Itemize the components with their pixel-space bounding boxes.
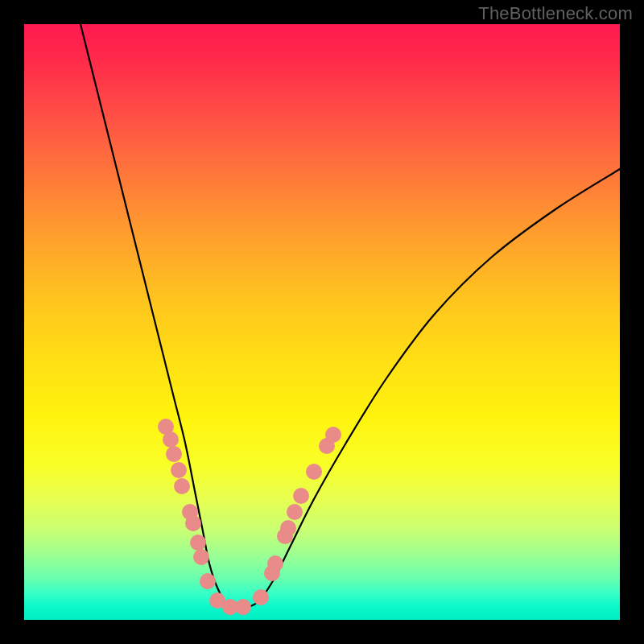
watermark-text: TheBottleneck.com: [478, 3, 633, 24]
plot-area: [24, 24, 620, 620]
data-point-dot: [287, 504, 303, 520]
data-point-dot: [325, 427, 341, 443]
chart-stage: TheBottleneck.com: [0, 0, 644, 644]
data-point-dot: [174, 478, 190, 494]
v-curve-path: [80, 24, 620, 608]
data-point-dot: [200, 573, 216, 589]
data-point-dot: [253, 589, 269, 605]
data-point-dot: [166, 446, 182, 462]
dot-layer: [158, 419, 341, 615]
data-point-dot: [190, 535, 206, 551]
data-point-dot: [163, 431, 179, 448]
data-point-dot: [306, 464, 322, 480]
data-point-dot: [185, 515, 201, 531]
data-point-dot: [235, 599, 251, 615]
data-point-dot: [171, 462, 187, 478]
data-point-dot: [280, 520, 296, 536]
data-point-dot: [267, 555, 283, 572]
chart-svg: [24, 24, 620, 620]
data-point-dot: [193, 549, 209, 565]
data-point-dot: [293, 488, 309, 504]
